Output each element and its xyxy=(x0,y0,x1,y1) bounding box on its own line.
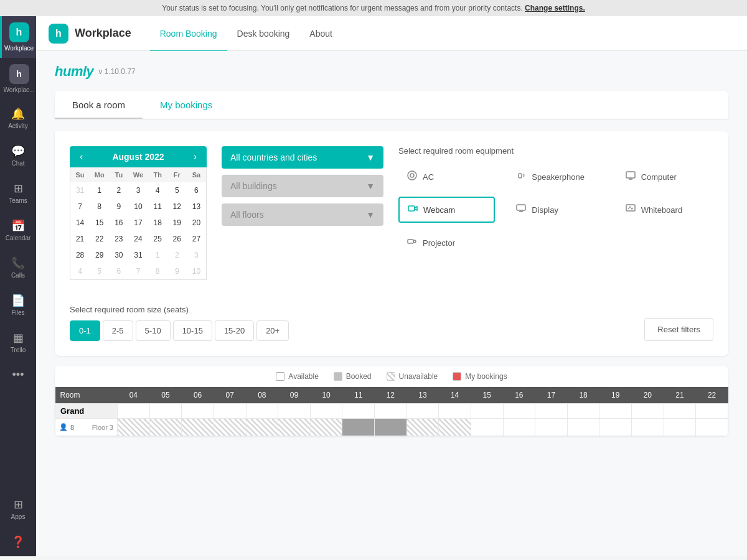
calendar-day[interactable]: 26 xyxy=(167,231,187,247)
size-5-10[interactable]: 5-10 xyxy=(136,320,171,341)
timeline-cell[interactable] xyxy=(632,419,664,436)
calendar-day[interactable]: 30 xyxy=(109,247,128,263)
calendar-day[interactable]: 7 xyxy=(70,198,90,215)
calendar-day[interactable]: 7 xyxy=(128,263,148,279)
sidebar-item-help[interactable]: ❓ xyxy=(0,528,36,556)
calendar-day[interactable]: 21 xyxy=(70,231,90,247)
calendar-day[interactable]: 6 xyxy=(109,263,128,279)
calendar-day[interactable]: 31 xyxy=(128,247,148,263)
sidebar-item-calendar[interactable]: 📅 Calendar xyxy=(0,212,36,249)
calendar-next[interactable]: › xyxy=(191,151,199,162)
equipment-whiteboard[interactable]: Whiteboard xyxy=(617,197,713,223)
sidebar-item-more[interactable]: ••• xyxy=(0,361,36,389)
size-15-20[interactable]: 15-20 xyxy=(215,320,254,341)
timeline-cell[interactable] xyxy=(278,419,311,436)
buildings-dropdown[interactable]: All buildings ▼ xyxy=(222,175,383,197)
sidebar-item-activity[interactable]: 🔔 Activity xyxy=(0,100,36,137)
calendar-day[interactable]: 4 xyxy=(148,182,167,198)
calendar-prev[interactable]: ‹ xyxy=(77,151,85,162)
calendar-day[interactable]: 6 xyxy=(187,182,206,198)
floors-dropdown[interactable]: All floors ▼ xyxy=(222,203,383,226)
booking-tab-book[interactable]: Book a room xyxy=(55,91,143,119)
calendar-day[interactable]: 27 xyxy=(187,231,206,247)
calendar-day[interactable]: 25 xyxy=(148,231,167,247)
calendar-day[interactable]: 12 xyxy=(167,198,187,215)
calendar-day[interactable]: 5 xyxy=(90,263,109,279)
timeline-cell[interactable] xyxy=(664,419,696,436)
timeline-cell[interactable] xyxy=(149,419,182,436)
calendar-day[interactable]: 1 xyxy=(90,182,109,198)
calendar-day[interactable]: 8 xyxy=(148,263,167,279)
sidebar-item-chat[interactable]: 💬 Chat xyxy=(0,137,36,174)
calendar-day[interactable]: 13 xyxy=(187,198,206,215)
timeline-cell[interactable] xyxy=(375,419,407,436)
timeline-cell[interactable] xyxy=(503,419,535,436)
timeline-cell[interactable] xyxy=(567,419,599,436)
tab-about[interactable]: About xyxy=(299,17,342,52)
sidebar-item-teams[interactable]: ⊞ Teams xyxy=(0,174,36,212)
calendar-day[interactable]: 31 xyxy=(70,182,90,198)
equipment-webcam[interactable]: Webcam xyxy=(398,197,495,223)
timeline-cell[interactable] xyxy=(182,419,214,436)
reset-filters-button[interactable]: Reset filters xyxy=(644,318,713,341)
sidebar-item-apps[interactable]: ⊞ Apps xyxy=(0,490,36,528)
calendar-day[interactable]: 1 xyxy=(148,247,167,263)
location-dropdown[interactable]: All countries and cities ▼ xyxy=(222,146,383,169)
calendar-day[interactable]: 28 xyxy=(70,247,90,263)
timeline-cell[interactable] xyxy=(342,419,375,436)
calendar-day[interactable]: 5 xyxy=(167,182,187,198)
calendar-day[interactable]: 17 xyxy=(128,215,148,231)
tab-room-booking[interactable]: Room Booking xyxy=(150,17,227,52)
equipment-computer[interactable]: Computer xyxy=(617,164,713,189)
calendar-day[interactable]: 2 xyxy=(167,247,187,263)
calendar-day[interactable]: 15 xyxy=(90,215,109,231)
calendar-day[interactable]: 9 xyxy=(109,198,128,215)
sidebar-item-calls[interactable]: 📞 Calls xyxy=(0,249,36,286)
calendar-day[interactable]: 2 xyxy=(109,182,128,198)
equipment-ac[interactable]: AC xyxy=(398,164,495,189)
timeline-cell[interactable] xyxy=(599,419,632,436)
timeline-cell[interactable] xyxy=(246,419,278,436)
equipment-speakerphone[interactable]: Speakerphone xyxy=(507,164,604,189)
size-20-plus[interactable]: 20+ xyxy=(256,320,289,341)
calendar-day[interactable]: 19 xyxy=(167,215,187,231)
calendar-day[interactable]: 18 xyxy=(148,215,167,231)
calendar-day[interactable]: 3 xyxy=(187,247,206,263)
calendar-day[interactable]: 29 xyxy=(90,247,109,263)
calendar-day[interactable]: 8 xyxy=(90,198,109,215)
calendar-day[interactable]: 24 xyxy=(128,231,148,247)
timeline-cell[interactable] xyxy=(310,419,342,436)
timeline-room-header: Room xyxy=(55,387,118,404)
booking-tab-my[interactable]: My bookings xyxy=(143,91,230,119)
day-sa: Sa xyxy=(187,167,206,182)
sidebar-second-app[interactable]: h Workplac... xyxy=(0,58,36,100)
equipment-projector[interactable]: Projector xyxy=(398,230,495,255)
calendar-day[interactable]: 11 xyxy=(148,198,167,215)
calendar-day[interactable]: 9 xyxy=(167,263,187,279)
calendar-day[interactable]: 10 xyxy=(128,198,148,215)
notification-link[interactable]: Change settings. xyxy=(525,4,585,12)
calendar-day[interactable]: 10 xyxy=(187,263,206,279)
calendar-day[interactable]: 14 xyxy=(70,215,90,231)
calendar-day[interactable]: 4 xyxy=(70,263,90,279)
equipment-display[interactable]: Display xyxy=(507,197,604,223)
calendar-day[interactable]: 22 xyxy=(90,231,109,247)
timeline-cell[interactable] xyxy=(696,419,728,436)
timeline-cell[interactable] xyxy=(471,419,503,436)
sidebar-item-files[interactable]: 📄 Files xyxy=(0,286,36,324)
size-2-5[interactable]: 2-5 xyxy=(103,320,133,341)
timeline-cell[interactable] xyxy=(406,419,439,436)
timeline-cell[interactable] xyxy=(535,419,568,436)
sidebar-active-app[interactable]: h Workplace xyxy=(0,16,36,58)
sidebar-item-trello[interactable]: ▦ Trello xyxy=(0,324,36,361)
timeline-cell[interactable] xyxy=(118,419,150,436)
tab-desk-booking[interactable]: Desk booking xyxy=(227,17,300,52)
timeline-cell[interactable] xyxy=(214,419,246,436)
calendar-day[interactable]: 3 xyxy=(128,182,148,198)
calendar-day[interactable]: 23 xyxy=(109,231,128,247)
timeline-cell[interactable] xyxy=(439,419,471,436)
calendar-day[interactable]: 16 xyxy=(109,215,128,231)
size-10-15[interactable]: 10-15 xyxy=(173,320,212,341)
calendar-day[interactable]: 20 xyxy=(187,215,206,231)
size-0-1[interactable]: 0-1 xyxy=(70,320,100,341)
